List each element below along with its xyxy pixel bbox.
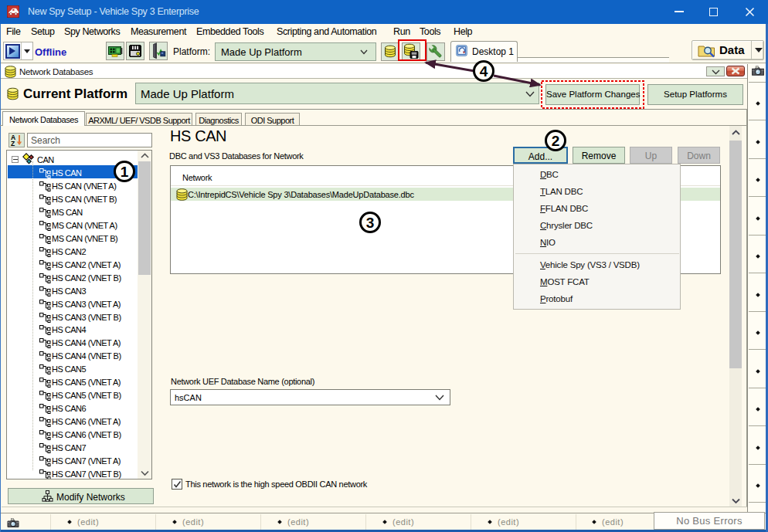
svg-text:Z: Z — [11, 140, 15, 147]
